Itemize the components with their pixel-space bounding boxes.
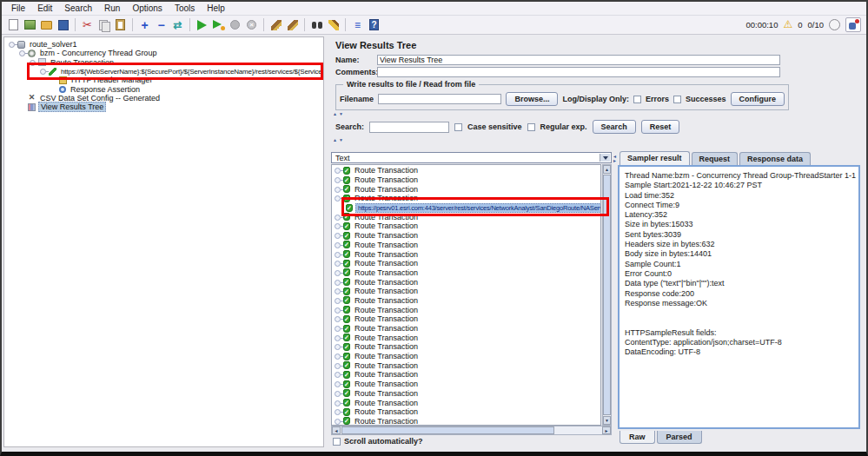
sample-row[interactable]: Route Transaction [332,342,600,352]
toolbar-expand-add-button[interactable]: + [136,17,153,33]
tab-request[interactable]: Request [692,152,739,165]
expand-handle-icon[interactable] [334,277,343,287]
expand-handle-icon[interactable] [334,352,343,361]
expand-handle-icon[interactable] [334,324,343,334]
vertical-scrollbar[interactable]: ▲ ▼ [602,164,612,426]
tree-node-route-solver1[interactable]: route_solver1 [4,40,323,49]
expand-handle-icon[interactable] [29,58,37,67]
menu-search[interactable]: Search [58,3,98,14]
toolbar-clear-button[interactable] [268,17,284,33]
expand-handle-icon[interactable] [18,49,27,57]
expand-handle-icon[interactable] [334,287,343,296]
expand-handle-icon[interactable] [334,268,343,278]
menu-help[interactable]: Help [201,3,231,14]
successes-checkbox[interactable] [673,96,681,103]
vertical-scroll-thumb[interactable] [603,175,611,415]
sample-row[interactable]: Route Transaction [332,184,600,194]
tab-sampler-result[interactable]: Sampler result [620,151,690,165]
expand-handle-icon[interactable] [334,249,343,259]
toolbar-start-no-pauses-button[interactable] [210,17,227,33]
reset-button[interactable]: Reset [641,120,680,134]
sample-row[interactable]: Route Transaction [332,166,600,175]
expand-handle-icon[interactable] [334,259,343,268]
tree-node-http-request[interactable]: https://${WebServerName}:${SecurePort}/$… [4,67,323,76]
splitter-handle-top[interactable]: ▲▼ [329,110,865,117]
search-button[interactable]: Search [593,120,636,134]
sample-row[interactable]: Route Transaction [332,175,600,185]
sample-row[interactable]: Route Transaction [332,360,600,370]
sample-row[interactable]: Route Transaction [332,324,600,334]
tab-raw[interactable]: Raw [620,431,655,444]
expand-handle-icon[interactable] [334,241,343,250]
scroll-down-icon[interactable]: ▼ [603,416,611,425]
configure-button[interactable]: Configure [731,92,785,106]
errors-checkbox[interactable] [633,96,641,103]
expand-handle-icon[interactable] [8,40,17,49]
filename-input[interactable] [378,94,501,104]
sample-row[interactable]: Route Transaction [332,389,600,399]
sample-row[interactable]: Route Transaction [332,314,600,324]
toolbar-shutdown-button[interactable]: × [243,17,260,33]
regular-exp-checkbox[interactable] [527,123,535,131]
search-input[interactable] [369,122,449,133]
toolbar-toggle-refresh-button[interactable]: ⇄ [169,17,186,33]
expand-handle-icon[interactable] [334,314,343,324]
expand-handle-icon[interactable] [334,184,343,194]
toolbar-clear-all-button[interactable] [284,17,301,33]
horizontal-scrollbar[interactable]: ◄ ► [331,426,612,435]
sample-row[interactable]: Route Transaction [332,380,600,389]
name-input[interactable] [377,55,780,65]
tab-response-data[interactable]: Response data [739,152,811,165]
expand-handle-icon[interactable] [334,175,343,185]
sample-row[interactable]: Route Transaction [332,333,600,342]
sample-row[interactable]: Route Transaction [332,249,600,259]
sample-row[interactable]: Route Transaction [332,398,600,407]
sample-row[interactable]: Route Transaction [332,370,600,380]
sample-row[interactable]: Route Transaction [332,212,600,221]
expand-handle-icon[interactable] [334,296,343,306]
splitter-handle-bottom[interactable]: ▲▼ [329,136,865,143]
sample-row[interactable]: Route Transaction [332,296,600,306]
scroll-left-icon[interactable]: ◄ [332,426,341,434]
toolbar-reset-search-button[interactable] [325,17,341,33]
sample-row[interactable]: Route Transaction [332,241,600,250]
browse-button[interactable]: Browse... [506,92,558,106]
scroll-right-icon[interactable]: ► [602,426,611,434]
horizontal-scroll-thumb[interactable] [341,426,554,434]
sample-row[interactable]: Route Transaction [332,407,600,417]
tree-node-response-assertion[interactable]: Response Assertion [4,84,323,93]
sample-row[interactable]: Route Transaction [332,268,600,278]
tree-node-view-results-tree[interactable]: View Results Tree [4,102,323,111]
toolbar-collapse-remove-button[interactable]: − [153,17,169,33]
sample-row[interactable]: Route Transaction [332,352,600,361]
expand-handle-icon[interactable] [334,398,343,407]
sample-row-selected-url[interactable]: https://pesrv01.esri.com:443/server/rest… [332,203,600,213]
comments-input[interactable] [377,67,780,77]
jmeter-logo-icon[interactable] [845,17,861,32]
toolbar-new-file-button[interactable] [5,17,22,33]
expand-handle-icon[interactable] [334,166,343,175]
menu-tools[interactable]: Tools [169,3,201,14]
sample-row[interactable]: Route Transaction [332,287,600,296]
expand-handle-icon[interactable] [334,212,343,221]
expand-handle-icon[interactable] [334,221,343,231]
menu-options[interactable]: Options [126,3,168,14]
menu-file[interactable]: File [5,3,31,14]
expand-handle-icon[interactable] [334,305,343,314]
chevron-down-icon[interactable] [600,154,610,162]
expand-handle-icon[interactable] [334,370,343,380]
menu-run[interactable]: Run [98,3,126,14]
view-as-dropdown[interactable]: Text [331,152,612,163]
tree-node-http-header-manager[interactable]: HTTP Header Manager [4,76,323,84]
sample-row[interactable]: Route Transaction [332,194,600,203]
toolbar-copy-button[interactable] [96,17,112,33]
toolbar-search-button[interactable] [308,17,325,33]
case-sensitive-checkbox[interactable] [454,123,462,131]
sample-row[interactable]: Route Transaction [332,221,600,231]
expand-handle-icon[interactable] [334,194,343,203]
sample-row[interactable]: Route Transaction [332,259,600,268]
tree-node-route-transaction[interactable]: Route Transaction [4,58,323,67]
tab-parsed[interactable]: Parsed [657,431,702,444]
warning-icon[interactable]: ⚠ [783,19,792,30]
sample-row[interactable]: Route Transaction [332,305,600,314]
